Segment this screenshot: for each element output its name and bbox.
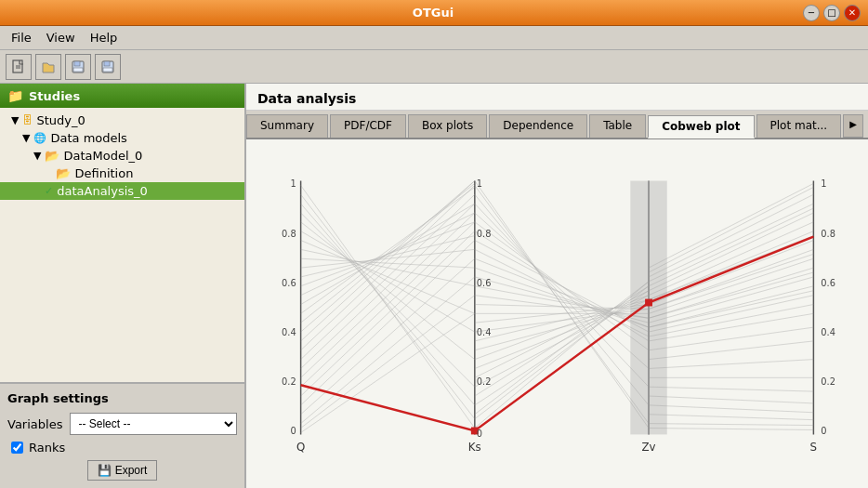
- svg-rect-5: [73, 68, 83, 72]
- axis-label-s: S: [810, 441, 818, 454]
- svg-line-33: [301, 222, 475, 360]
- menu-view[interactable]: View: [39, 29, 83, 46]
- sidebar-title: Studies: [29, 89, 80, 103]
- svg-line-35: [301, 204, 475, 405]
- tab-pdfcdf[interactable]: PDF/CDF: [330, 114, 406, 138]
- y-tick-1: 1: [290, 178, 296, 189]
- definition-label: Definition: [74, 166, 133, 180]
- content-area: Data analysis Summary PDF/CDF Box plots …: [246, 84, 868, 488]
- chart-area: 0 0.2 0.4 0.6 0.8 1 0 0.2 0.4 0.6 0.8 1: [246, 139, 868, 488]
- save-as-button[interactable]: [65, 54, 91, 80]
- svg-line-90: [649, 415, 813, 420]
- ranks-row: Ranks: [7, 441, 237, 455]
- menu-file[interactable]: File: [4, 29, 39, 46]
- y2-tick-1: 1: [477, 178, 482, 189]
- y2-tick-08: 0.8: [477, 229, 492, 239]
- cobweb-svg: 0 0.2 0.4 0.6 0.8 1 0 0.2 0.4 0.6 0.8 1: [265, 149, 849, 460]
- save-as-icon: [71, 59, 85, 74]
- open-button[interactable]: [35, 54, 61, 80]
- tab-plotmat[interactable]: Plot mat...: [756, 114, 842, 138]
- svg-line-89: [649, 405, 813, 413]
- marker-zv: [645, 299, 652, 307]
- svg-line-12: [301, 213, 475, 377]
- tree-item-datamodel[interactable]: ▼ 📂 DataModel_0: [0, 147, 244, 165]
- tab-dependence[interactable]: Dependence: [489, 114, 587, 138]
- expand-icon: ▼: [11, 114, 19, 126]
- svg-line-45: [475, 180, 649, 428]
- svg-line-81: [649, 183, 813, 268]
- tree-item-study[interactable]: ▼ 🗄 Study_0: [0, 112, 244, 129]
- tab-scroll-right[interactable]: ▶: [843, 114, 863, 138]
- menu-help[interactable]: Help: [83, 29, 125, 46]
- y-tick-02: 0.2: [282, 376, 296, 387]
- axis-label-q: Q: [296, 441, 305, 454]
- svg-line-10: [301, 231, 475, 396]
- check-icon: ✓: [45, 185, 53, 197]
- variables-row: Variables -- Select --: [7, 413, 237, 435]
- svg-line-88: [649, 396, 813, 403]
- y-tick-r-06: 0.6: [821, 278, 835, 288]
- y-tick-r-02: 0.2: [821, 376, 835, 387]
- svg-line-34: [301, 213, 475, 387]
- tabs-bar: Summary PDF/CDF Box plots Dependence Tab…: [246, 111, 868, 139]
- export-icon: 💾: [98, 464, 112, 477]
- svg-line-58: [475, 268, 649, 327]
- page-title: Data analysis: [257, 91, 356, 106]
- svg-line-92: [649, 429, 813, 430]
- svg-line-65: [475, 286, 649, 396]
- svg-line-72: [649, 258, 813, 313]
- svg-line-84: [649, 341, 813, 360]
- ranks-checkbox[interactable]: [11, 442, 23, 454]
- tab-cobweb[interactable]: Cobweb plot: [648, 115, 754, 138]
- svg-rect-7: [104, 61, 110, 66]
- tree-item-datamodels[interactable]: ▼ 🌐 Data models: [0, 129, 244, 147]
- svg-line-42: [475, 204, 649, 387]
- graph-settings-panel: Graph settings Variables -- Select -- Ra…: [0, 382, 244, 488]
- window-title: OTGui: [63, 6, 803, 20]
- svg-line-27: [301, 236, 475, 277]
- new-button[interactable]: [6, 54, 32, 80]
- save-button[interactable]: [95, 54, 121, 80]
- main-layout: 📁 Studies ▼ 🗄 Study_0 ▼ 🌐 Data models ▼ …: [0, 84, 868, 488]
- svg-line-83: [649, 327, 813, 350]
- y-tick-06: 0.6: [282, 278, 296, 288]
- content-header: Data analysis: [246, 84, 868, 111]
- variables-select[interactable]: -- Select --: [70, 413, 237, 435]
- y-tick-r-1: 1: [821, 178, 826, 189]
- svg-line-22: [301, 183, 475, 323]
- datamodels-icon: 🌐: [33, 132, 46, 144]
- datamodels-label: Data models: [50, 131, 126, 145]
- datamodel-icon: 📂: [45, 149, 59, 163]
- svg-line-85: [649, 360, 813, 369]
- sidebar-tree: ▼ 🗄 Study_0 ▼ 🌐 Data models ▼ 📂 DataMode…: [0, 108, 244, 382]
- close-button[interactable]: ✕: [844, 5, 861, 21]
- tab-summary[interactable]: Summary: [246, 114, 328, 138]
- svg-line-57: [475, 249, 649, 336]
- svg-line-23: [301, 187, 475, 313]
- svg-line-87: [649, 387, 813, 391]
- tab-table[interactable]: Table: [589, 114, 646, 138]
- minimize-button[interactable]: −: [803, 5, 820, 21]
- y-tick-r-04: 0.4: [821, 327, 835, 337]
- ranks-label[interactable]: Ranks: [29, 441, 65, 455]
- tree-item-definition[interactable]: ▶ 📂 Definition: [0, 165, 244, 182]
- svg-line-29: [301, 258, 475, 268]
- tree-item-analysis[interactable]: ✓ dataAnalysis_0: [0, 182, 244, 200]
- cobweb-lines-bg: [301, 180, 814, 432]
- svg-rect-4: [74, 61, 80, 66]
- menubar: File View Help: [0, 26, 868, 50]
- export-button[interactable]: 💾 Export: [87, 460, 158, 481]
- analysis-label: dataAnalysis_0: [57, 184, 148, 198]
- save-icon: [100, 59, 115, 74]
- svg-line-79: [649, 194, 813, 277]
- maximize-button[interactable]: □: [823, 5, 840, 21]
- export-label: Export: [115, 464, 148, 477]
- y-tick-r-0: 0: [821, 426, 826, 436]
- axis-label-zv: Zv: [641, 441, 655, 454]
- toolbar: [0, 50, 868, 84]
- y-tick-04: 0.4: [282, 327, 296, 337]
- tab-boxplots[interactable]: Box plots: [408, 114, 487, 138]
- variables-label: Variables: [7, 417, 62, 431]
- svg-line-80: [649, 187, 813, 272]
- window-controls: − □ ✕: [803, 5, 861, 21]
